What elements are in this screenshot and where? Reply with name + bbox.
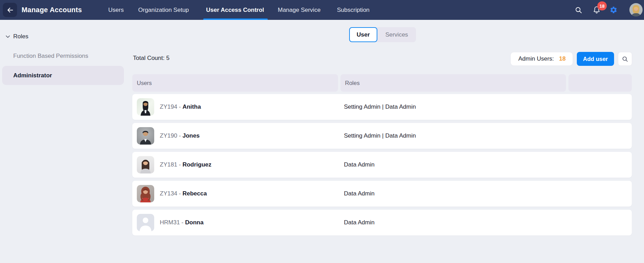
admin-users-value: 18 <box>559 55 566 62</box>
user-id: ZY194 <box>160 103 177 110</box>
column-header-roles: Roles <box>340 74 566 92</box>
user-avatar <box>137 127 154 145</box>
notification-badge: 18 <box>597 1 607 10</box>
user-name: Rodriguez <box>182 161 211 168</box>
roles-cell: Setting Admin | Data Admin <box>344 123 416 149</box>
table-row[interactable]: ZY190 - Jones Setting Admin | Data Admin <box>132 123 632 149</box>
user-avatar <box>137 98 154 116</box>
sidebar-item-label: Administrator <box>13 72 52 79</box>
total-count-value: 5 <box>166 55 169 61</box>
user-name: Jones <box>182 132 199 139</box>
chevron-down-icon[interactable] <box>6 34 10 39</box>
search-icon <box>574 6 583 14</box>
user-cell: ZY194 - Anitha <box>160 94 201 120</box>
user-cell: ZY134 - Rebecca <box>160 181 207 207</box>
toggle-services[interactable]: Services <box>377 27 416 42</box>
roles-cell: Data Admin <box>344 210 375 235</box>
profile-avatar[interactable] <box>629 3 643 16</box>
admin-users-label: Admin Users: <box>518 55 554 62</box>
table-row[interactable]: ZY134 - Rebecca Data Admin <box>132 181 632 207</box>
add-user-button[interactable]: Add user <box>577 52 614 66</box>
user-name: Rebecca <box>182 190 207 197</box>
search-icon <box>622 56 628 62</box>
nav-user-access-control[interactable]: User Access Control <box>206 0 264 20</box>
sidebar-group-roles[interactable]: Roles <box>13 33 28 40</box>
user-avatar-placeholder <box>137 214 154 231</box>
column-header-actions <box>568 74 632 92</box>
back-arrow-icon <box>6 6 14 14</box>
table-row[interactable]: HRM31 - Donna Data Admin <box>132 210 632 235</box>
nav-subscription[interactable]: Subscription <box>337 0 370 20</box>
page: Manage Accounts Users Organization Setup… <box>0 0 644 263</box>
topbar-search-button[interactable] <box>574 0 583 20</box>
total-count: Total Count: 5 <box>133 55 170 62</box>
user-id: ZY181 <box>160 161 177 168</box>
page-title: Manage Accounts <box>22 0 82 20</box>
view-toggle: User Services <box>349 27 416 42</box>
nav-organization-setup[interactable]: Organization Setup <box>138 0 189 20</box>
nav-users[interactable]: Users <box>108 0 124 20</box>
user-name: Anitha <box>182 103 201 110</box>
user-name: Donna <box>185 219 204 226</box>
user-cell: HRM31 - Donna <box>160 210 204 235</box>
user-avatar <box>137 156 154 173</box>
sidebar-item-function-based-permissions[interactable]: Function Based Permissions <box>13 53 88 60</box>
column-header-users: Users <box>132 74 338 92</box>
user-avatar <box>137 185 154 202</box>
table-search-button[interactable] <box>618 52 632 66</box>
user-cell: ZY190 - Jones <box>160 123 199 149</box>
back-button[interactable] <box>3 3 17 17</box>
topbar: Manage Accounts Users Organization Setup… <box>0 0 644 20</box>
table-row[interactable]: ZY181 - Rodriguez Data Admin <box>132 152 632 178</box>
profile-avatar-image <box>629 3 643 16</box>
admin-users-pill: Admin Users: 18 <box>510 52 573 66</box>
settings-button[interactable] <box>608 0 618 20</box>
roles-cell: Data Admin <box>344 181 375 207</box>
user-id: ZY134 <box>160 190 177 197</box>
gear-icon <box>610 6 618 14</box>
total-count-label: Total Count: <box>133 55 165 61</box>
active-tab-underline <box>203 18 268 20</box>
nav-manage-service[interactable]: Manage Service <box>278 0 321 20</box>
user-cell: ZY181 - Rodriguez <box>160 152 211 178</box>
sidebar-item-administrator[interactable]: Administrator <box>2 66 124 85</box>
table-row[interactable]: ZY194 - Anitha Setting Admin | Data Admi… <box>132 94 632 120</box>
toggle-user[interactable]: User <box>349 27 377 42</box>
user-id: HRM31 <box>160 219 180 226</box>
roles-cell: Data Admin <box>344 152 375 178</box>
roles-cell: Setting Admin | Data Admin <box>344 94 416 120</box>
user-id: ZY190 <box>160 132 177 139</box>
